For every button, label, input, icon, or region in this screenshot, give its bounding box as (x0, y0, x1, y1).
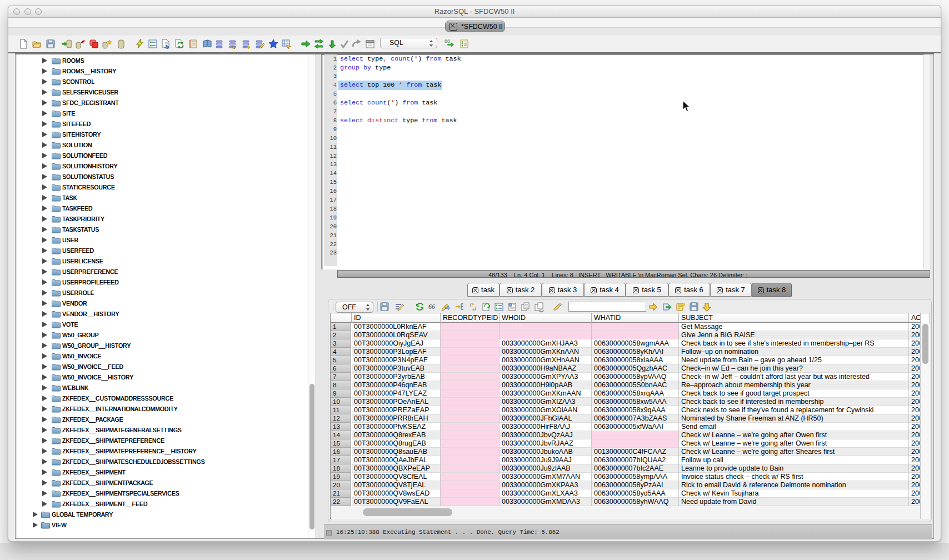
svg-text:66: 66 (444, 38, 450, 44)
svg-text:66: 66 (428, 303, 435, 311)
